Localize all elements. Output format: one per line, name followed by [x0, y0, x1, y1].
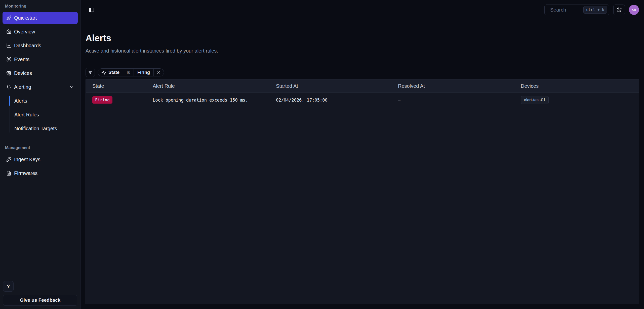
key-icon: [6, 157, 11, 162]
feedback-button[interactable]: Give us Feedback: [3, 295, 77, 306]
filter-operator-label: is: [127, 70, 130, 75]
sidebar-section-management: Management: [3, 146, 78, 150]
search-placeholder: Search: [550, 7, 566, 13]
sidebar-item-label: Firmwares: [14, 170, 37, 176]
device-chip[interactable]: alert-test-01: [521, 96, 549, 104]
filter-button[interactable]: [86, 68, 95, 77]
sidebar-item-ingest-keys[interactable]: Ingest Keys: [3, 153, 78, 165]
sidebar-item-label: Events: [14, 57, 29, 62]
chevron-down-icon: [69, 84, 74, 90]
sidebar-item-label: Alert Rules: [14, 112, 39, 118]
sidebar-item-devices[interactable]: Devices: [3, 67, 78, 79]
scan-text-icon: [6, 57, 11, 62]
alerts-table: State Alert Rule Started At Resolved At …: [86, 79, 639, 304]
sidebar-item-quickstart[interactable]: Quickstart: [3, 12, 78, 24]
table-header-row: State Alert Rule Started At Resolved At …: [86, 80, 639, 93]
app-root: Monitoring Quickstart Overview Dashboard…: [0, 0, 644, 309]
close-icon: [156, 70, 161, 75]
filter-field[interactable]: State: [98, 69, 123, 76]
sidebar-item-events[interactable]: Events: [3, 53, 78, 65]
sidebar-item-firmwares[interactable]: Firmwares: [3, 167, 78, 179]
filter-value-label: Firing: [137, 70, 150, 75]
column-header-state[interactable]: State: [92, 83, 153, 89]
table-row[interactable]: Firing Lock opening duration exceeds 150…: [86, 93, 639, 107]
content-area: Search ctrl + k MI Alerts Active and his…: [80, 0, 644, 309]
filter-operator[interactable]: is: [123, 69, 134, 76]
sidebar-item-label: Dashboards: [14, 43, 41, 49]
cell-state: Firing: [92, 96, 153, 104]
column-header-devices[interactable]: Devices: [521, 83, 639, 89]
column-header-alert-rule[interactable]: Alert Rule: [153, 83, 276, 89]
sidebar-item-overview[interactable]: Overview: [3, 26, 78, 38]
rocket-icon: [6, 15, 11, 20]
sidebar-item-label: Alerts: [14, 98, 27, 104]
main-panel: Alerts Active and historical alert insta…: [80, 20, 644, 309]
topbar-right: Search ctrl + k MI: [544, 5, 639, 15]
filter-bar: State is Firing: [86, 68, 639, 77]
file-code-icon: [6, 171, 11, 176]
theme-toggle-button[interactable]: [613, 5, 625, 15]
topbar: Search ctrl + k MI: [80, 0, 644, 20]
sidebar-item-alerting[interactable]: Alerting: [3, 81, 78, 93]
cell-alert-rule: Lock opening duration exceeds 150 ms.: [153, 98, 276, 103]
sidebar-item-label: Ingest Keys: [14, 157, 41, 162]
chart-line-icon: [6, 43, 11, 48]
user-avatar[interactable]: MI: [629, 5, 639, 15]
status-badge: Firing: [92, 96, 112, 104]
sidebar-subnav-alerting: Alerts Alert Rules Notification Targets: [3, 95, 78, 135]
cell-started-at: 02/04/2026, 17:05:00: [276, 98, 398, 103]
cell-resolved-at: —: [398, 98, 521, 103]
home-icon: [6, 29, 11, 34]
sidebar-item-label: Overview: [14, 29, 35, 35]
filter-field-label: State: [108, 70, 119, 75]
filter-value[interactable]: Firing: [134, 69, 153, 76]
column-header-started-at[interactable]: Started At: [276, 83, 398, 89]
filter-lines-icon: [88, 70, 93, 75]
sidebar-nav: Monitoring Quickstart Overview Dashboard…: [3, 0, 78, 281]
page-subtitle: Active and historical alert instances fi…: [86, 48, 639, 54]
sidebar: Monitoring Quickstart Overview Dashboard…: [0, 0, 80, 309]
sidebar-item-label: Notification Targets: [14, 126, 57, 131]
sidebar-item-label: Alerting: [14, 84, 31, 90]
sidebar-toggle-button[interactable]: [89, 7, 95, 13]
search-input[interactable]: Search ctrl + k: [544, 5, 609, 15]
sidebar-item-label: Devices: [14, 70, 32, 76]
sidebar-item-alerts[interactable]: Alerts: [3, 95, 78, 107]
cell-devices: alert-test-01: [521, 96, 639, 104]
bell-icon: [6, 84, 11, 90]
sidebar-item-label: Quickstart: [14, 15, 37, 21]
moon-star-icon: [616, 7, 622, 13]
page-title: Alerts: [86, 33, 639, 43]
filter-chip: State is Firing: [98, 68, 164, 76]
activity-icon: [101, 70, 106, 75]
search-shortcut-badge: ctrl + k: [583, 6, 607, 14]
column-header-resolved-at[interactable]: Resolved At: [398, 83, 521, 89]
sidebar-item-notification-targets[interactable]: Notification Targets: [3, 122, 78, 135]
sidebar-item-dashboards[interactable]: Dashboards: [3, 39, 78, 52]
sidebar-section-monitoring: Monitoring: [3, 4, 78, 9]
filter-remove-button[interactable]: [153, 69, 164, 76]
sidebar-item-alert-rules[interactable]: Alert Rules: [3, 109, 78, 121]
cpu-icon: [6, 71, 11, 76]
avatar-initials: MI: [632, 8, 636, 12]
sidebar-footer: ? Give us Feedback: [3, 281, 78, 309]
panel-left-icon: [89, 7, 95, 13]
help-button[interactable]: ?: [3, 281, 14, 292]
